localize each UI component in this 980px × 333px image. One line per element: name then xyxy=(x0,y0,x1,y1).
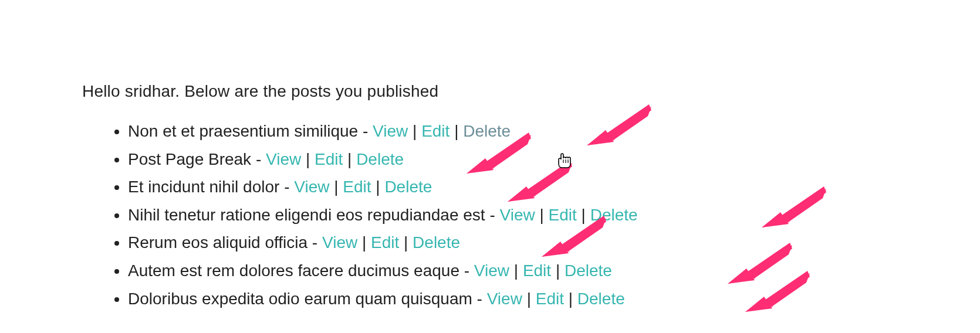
edit-link[interactable]: Edit xyxy=(315,150,343,168)
separator-dash: - xyxy=(472,290,487,308)
separator-pipe: | xyxy=(551,261,565,280)
separator-dash: - xyxy=(485,206,500,224)
delete-link[interactable]: Delete xyxy=(384,178,432,196)
post-title: Autem est rem dolores facere ducimus eaq… xyxy=(128,261,459,280)
separator-pipe: | xyxy=(329,178,343,196)
page-root: Hello sridhar. Below are the posts you p… xyxy=(0,0,980,312)
separator-pipe: | xyxy=(450,122,463,140)
separator-pipe: | xyxy=(371,178,385,196)
separator-pipe: | xyxy=(535,206,549,224)
edit-link[interactable]: Edit xyxy=(343,178,371,196)
delete-link[interactable]: Delete xyxy=(590,206,638,224)
edit-link[interactable]: Edit xyxy=(371,233,399,252)
greeting-text: Hello sridhar. Below are the posts you p… xyxy=(82,82,980,101)
delete-link[interactable]: Delete xyxy=(565,261,612,280)
post-item: Autem est rem dolores facere ducimus eaq… xyxy=(128,257,980,285)
delete-link[interactable]: Delete xyxy=(356,150,404,168)
post-item: Rerum eos aliquid officia - View | Edit … xyxy=(128,229,980,257)
post-title: Rerum eos aliquid officia xyxy=(128,233,307,252)
post-title: Et incidunt nihil dolor xyxy=(128,178,279,196)
separator-dash: - xyxy=(358,122,373,140)
post-item: Doloribus expedita odio earum quam quisq… xyxy=(128,285,980,313)
separator-dash: - xyxy=(459,261,474,280)
edit-link[interactable]: Edit xyxy=(536,290,564,308)
post-item: Et incidunt nihil dolor - View | Edit | … xyxy=(128,173,980,201)
post-title: Doloribus expedita odio earum quam quisq… xyxy=(128,290,472,308)
edit-link[interactable]: Edit xyxy=(421,122,450,140)
post-item: Non et et praesentium similique - View |… xyxy=(128,117,980,145)
delete-link[interactable]: Delete xyxy=(413,233,460,252)
separator-dash: - xyxy=(279,178,294,196)
edit-link[interactable]: Edit xyxy=(523,261,551,280)
view-link[interactable]: View xyxy=(294,178,329,196)
delete-link[interactable]: Delete xyxy=(577,290,625,308)
delete-link[interactable]: Delete xyxy=(463,122,511,140)
view-link[interactable]: View xyxy=(500,206,535,224)
separator-pipe: | xyxy=(522,290,536,308)
separator-pipe: | xyxy=(408,122,421,140)
separator-dash: - xyxy=(251,150,266,168)
post-title: Non et et praesentium similique xyxy=(128,122,358,140)
separator-pipe: | xyxy=(564,290,577,308)
separator-dash: - xyxy=(307,233,322,252)
post-item: Nihil tenetur ratione eligendi eos repud… xyxy=(128,201,980,229)
post-item: Post Page Break - View | Edit | Delete xyxy=(128,145,980,174)
view-link[interactable]: View xyxy=(322,233,357,252)
post-title: Post Page Break xyxy=(128,150,251,168)
edit-link[interactable]: Edit xyxy=(549,206,577,224)
view-link[interactable]: View xyxy=(266,150,301,168)
post-title: Nihil tenetur ratione eligendi eos repud… xyxy=(128,206,485,224)
separator-pipe: | xyxy=(343,150,356,168)
separator-pipe: | xyxy=(301,150,315,168)
view-link[interactable]: View xyxy=(474,261,509,280)
separator-pipe: | xyxy=(509,261,523,280)
view-link[interactable]: View xyxy=(487,290,522,308)
separator-pipe: | xyxy=(357,233,371,252)
view-link[interactable]: View xyxy=(373,122,408,140)
posts-list: Non et et praesentium similique - View |… xyxy=(82,117,980,312)
separator-pipe: | xyxy=(577,206,590,224)
separator-pipe: | xyxy=(399,233,413,252)
